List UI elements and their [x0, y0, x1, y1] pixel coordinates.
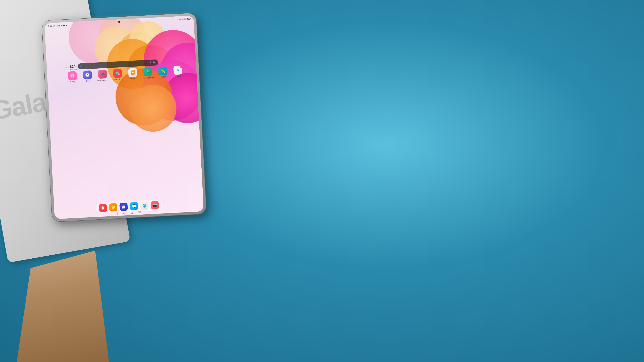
- dock-app-1[interactable]: 📋: [98, 204, 107, 212]
- tablet-outer-frame: 3:34 Wed, Aug 9 📷 wifi 44%: [42, 13, 206, 222]
- penup-label: PENUP: [160, 76, 166, 78]
- dock-app-files[interactable]: 📁: [109, 203, 118, 212]
- search-input[interactable]: [84, 63, 147, 66]
- dock-icon-1: 📋: [98, 204, 107, 212]
- dock-icon-chrome: 🌐: [140, 201, 148, 210]
- notification-dot: [66, 25, 67, 26]
- dock-app-messages[interactable]: 💬: [130, 202, 138, 210]
- app-google[interactable]: G ⋯ Google: [171, 65, 185, 77]
- game-launcher-icon: 🎮: [98, 69, 107, 79]
- app-gallery[interactable]: 🌸 Gallery: [66, 71, 79, 83]
- status-left: 3:34 Wed, Aug 9 📷: [48, 24, 67, 27]
- penup-icon: ✏️: [158, 66, 168, 76]
- tablet-screen: 3:34 Wed, Aug 9 📷 wifi 44%: [44, 15, 204, 219]
- search-icons: 🎤 🔍: [148, 61, 156, 64]
- box-text: Gala: [0, 86, 48, 126]
- app-penup[interactable]: ✏️ PENUP: [156, 66, 170, 78]
- dock-icon-camera: 📷: [150, 201, 159, 209]
- back-button[interactable]: [117, 212, 118, 215]
- status-right: wifi 44%: [178, 18, 190, 20]
- battery-indicator: [187, 18, 190, 20]
- battery-text: 44%: [182, 18, 186, 20]
- dock-icon-messages: 💬: [130, 202, 138, 210]
- tablet-device: 3:34 Wed, Aug 9 📷 wifi 44%: [42, 13, 206, 222]
- dock-app-3[interactable]: 📅: [120, 203, 128, 211]
- dock-app-camera[interactable]: 📷: [150, 201, 159, 209]
- galaxy-store-icon: 🛍️: [113, 69, 122, 78]
- app-play-store[interactable]: ▶️ Play Store: [126, 68, 140, 80]
- dot-2-active: [122, 80, 122, 81]
- voice-search-icon[interactable]: 🎤: [148, 61, 152, 64]
- google-icon: G ⋯: [173, 66, 182, 75]
- dock-app-chrome[interactable]: 🌐: [140, 201, 148, 210]
- lens-search-icon[interactable]: 🔍: [153, 61, 156, 64]
- wallpaper: [44, 15, 204, 219]
- battery-fill: [187, 18, 188, 19]
- status-date: Wed, Aug 9: [53, 24, 62, 27]
- battery-tip: [190, 18, 191, 19]
- weather-icon: ⛅: [65, 66, 69, 69]
- google-label: Google: [176, 75, 181, 77]
- weather-temperature: 82°: [70, 64, 75, 69]
- app-samsung-health[interactable]: 🏃 Samsung Health: [141, 67, 155, 79]
- clock-icon: 🕐: [83, 70, 92, 80]
- status-time: 3:34: [48, 25, 52, 27]
- app-galaxy-store[interactable]: 🛍️ Galaxy Store: [111, 69, 124, 81]
- samsung-health-icon: 🏃: [143, 67, 152, 76]
- screenshot-icon: 📷: [63, 24, 65, 26]
- app-clock[interactable]: 🕐 Clock: [80, 70, 94, 82]
- home-button[interactable]: [122, 213, 126, 214]
- dock-icon-3: 📅: [120, 203, 128, 211]
- app-game-launcher[interactable]: 🎮 Game Launcher: [96, 69, 110, 81]
- play-store-icon: ▶️: [128, 68, 137, 77]
- dot-1: [120, 81, 121, 81]
- google-g-logo: G: [80, 65, 82, 68]
- dock-icon-files: 📁: [109, 203, 118, 212]
- wifi-icon: wifi: [178, 18, 181, 20]
- recents-button[interactable]: [131, 212, 133, 214]
- clock-label: Clock: [86, 80, 90, 82]
- keyboard-button[interactable]: ⌨: [138, 211, 142, 214]
- gallery-label: Gallery: [70, 81, 75, 83]
- dot-3: [124, 80, 124, 81]
- gallery-icon: 🌸: [68, 71, 77, 80]
